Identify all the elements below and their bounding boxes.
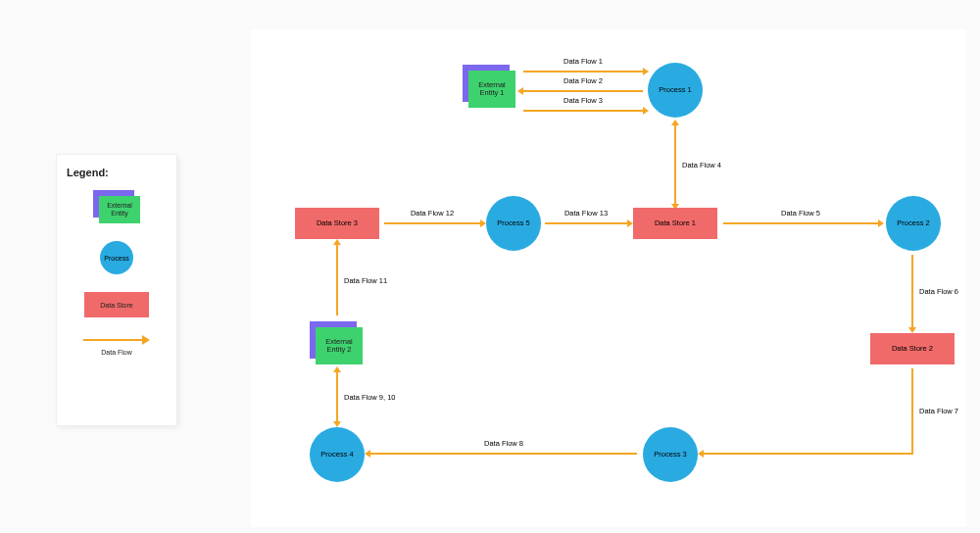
legend-row-entity: External Entity — [67, 190, 167, 223]
legend-flow-label: Data Flow — [101, 349, 132, 356]
edge-label: Data Flow 11 — [344, 276, 387, 285]
node-process-5[interactable]: Process 5 — [486, 196, 541, 251]
edge-data-flow-11[interactable]: Data Flow 11 — [336, 245, 338, 315]
node-process-2[interactable]: Process 2 — [886, 196, 941, 251]
edge-label: Data Flow 13 — [564, 209, 608, 218]
edge-data-flow-13[interactable]: Data Flow 13 — [545, 222, 627, 224]
arrowhead-icon — [908, 327, 916, 333]
entity-front-shape: External Entity 1 — [468, 71, 515, 108]
arrowhead-icon — [365, 450, 370, 458]
edge-label: Data Flow 7 — [919, 407, 958, 415]
edge-data-flow-9-10[interactable]: Data Flow 9, 10 — [336, 372, 338, 421]
arrowhead-icon — [627, 219, 633, 227]
legend-title: Legend: — [67, 167, 167, 178]
arrowhead-icon — [517, 87, 523, 95]
arrowhead-icon — [878, 219, 884, 227]
node-process-3[interactable]: Process 3 — [643, 427, 698, 482]
edge-label: Data Flow 1 — [564, 57, 603, 66]
edge-label: Data Flow 12 — [411, 209, 454, 218]
legend-process-shape: Process — [100, 241, 133, 274]
legend-datastore-shape: Data Store — [84, 292, 149, 317]
node-process-1[interactable]: Process 1 — [648, 63, 703, 118]
edge-data-flow-4[interactable]: Data Flow 4 — [674, 125, 676, 204]
edge-data-flow-1[interactable]: Data Flow 1 — [523, 71, 643, 73]
arrowhead-icon — [643, 68, 649, 75]
legend-flow-arrowhead — [142, 335, 150, 345]
legend-flow-shape — [82, 335, 151, 345]
arrowhead-icon — [671, 120, 679, 125]
arrowhead-icon — [698, 450, 704, 458]
arrowhead-icon — [333, 421, 341, 427]
edge-data-flow-7-segment-v[interactable]: Data Flow 7 — [911, 368, 913, 453]
node-external-entity-1[interactable]: External Entity 1 — [463, 65, 517, 110]
legend-panel: Legend: External Entity Process Data Sto… — [57, 155, 176, 425]
edge-label: Data Flow 5 — [781, 209, 820, 218]
edge-data-flow-7-segment-h[interactable] — [704, 453, 913, 455]
arrowhead-icon — [333, 239, 341, 245]
legend-flow-line — [83, 339, 142, 341]
edge-label: Data Flow 6 — [919, 287, 958, 296]
entity-front-shape: External Entity 2 — [316, 327, 363, 364]
edge-label: Data Flow 2 — [564, 76, 603, 85]
edge-data-flow-8[interactable]: Data Flow 8 — [370, 453, 637, 455]
arrowhead-icon — [333, 366, 341, 372]
arrowhead-icon — [480, 219, 486, 227]
node-process-4[interactable]: Process 4 — [310, 427, 365, 482]
edge-label: Data Flow 4 — [682, 161, 721, 170]
edge-label: Data Flow 8 — [484, 439, 523, 448]
edge-data-flow-12[interactable]: Data Flow 12 — [384, 222, 480, 224]
legend-row-process: Process — [67, 241, 167, 274]
legend-entity-shape: External Entity — [93, 190, 140, 223]
diagram-canvas: External Entity 1 Process 1 Data Flow 1 … — [251, 29, 966, 527]
node-external-entity-2[interactable]: External Entity 2 — [310, 321, 365, 366]
edge-data-flow-3[interactable]: Data Flow 3 — [523, 110, 643, 112]
legend-entity-front: External Entity — [99, 196, 140, 223]
edge-data-flow-6[interactable]: Data Flow 6 — [911, 255, 913, 327]
node-data-store-1[interactable]: Data Store 1 — [633, 208, 717, 239]
edge-label: Data Flow 9, 10 — [344, 393, 396, 402]
node-data-store-3[interactable]: Data Store 3 — [295, 208, 379, 239]
legend-row-datastore: Data Store — [67, 292, 167, 317]
edge-data-flow-2[interactable]: Data Flow 2 — [523, 90, 643, 92]
node-data-store-2[interactable]: Data Store 2 — [870, 333, 955, 364]
legend-row-flow: Data Flow — [67, 335, 167, 356]
edge-label: Data Flow 3 — [564, 96, 603, 105]
arrowhead-icon — [643, 107, 649, 115]
edge-data-flow-5[interactable]: Data Flow 5 — [723, 222, 878, 224]
